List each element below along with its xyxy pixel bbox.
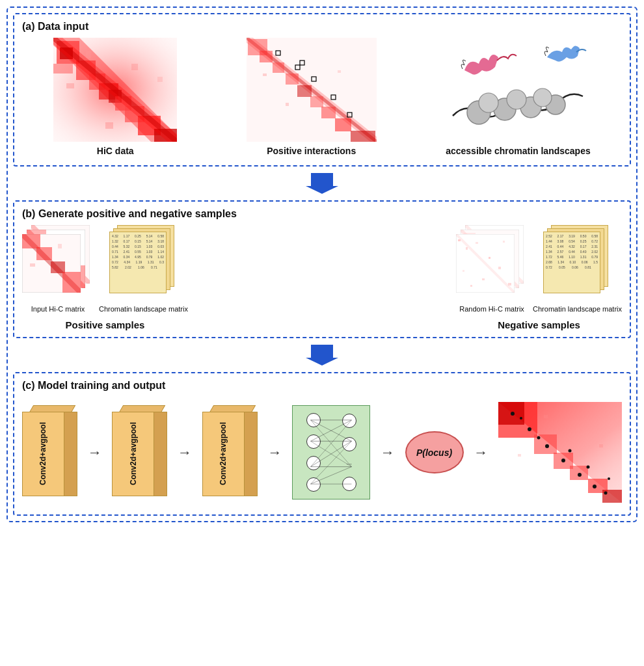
svg-rect-81 <box>503 241 505 243</box>
pos-interactions-label: Positive interactions <box>267 146 356 156</box>
svg-point-116 <box>537 436 540 440</box>
nn-node-r1 <box>342 414 356 428</box>
svg-rect-66 <box>30 263 35 267</box>
svg-rect-82 <box>482 278 485 280</box>
hic-data-figure: HiC data <box>53 38 177 156</box>
positive-interactions-figure: Positive interactions <box>247 38 377 156</box>
section-b-title: (b) Generate positive and negative sampl… <box>22 208 622 220</box>
chrom-matrix-pos-front: 4.321.170.255.140.58 1.320.170.155.143.1… <box>109 232 167 293</box>
positive-samples-label: Positive samples <box>66 319 145 330</box>
nn-node-r3 <box>342 477 356 491</box>
svg-rect-64 <box>51 261 65 273</box>
svg-rect-111 <box>599 444 603 447</box>
pos-interactions-svg <box>247 38 377 142</box>
section-a: (a) Data input <box>13 13 631 166</box>
conv-block-2-front: Conv2d+avgpool <box>112 412 154 496</box>
svg-rect-16 <box>86 51 91 59</box>
section-c-title: (c) Model training and output <box>22 380 622 392</box>
svg-rect-76 <box>466 247 468 250</box>
svg-rect-18 <box>157 77 163 82</box>
plocus-label: P(locus) <box>416 447 452 458</box>
hic-matrix-stack-group: Input Hi-C matrix <box>22 225 94 313</box>
svg-rect-32 <box>321 107 336 118</box>
nn-connections <box>293 406 369 499</box>
svg-marker-51 <box>306 173 338 194</box>
nn-dots: ··· <box>346 460 351 468</box>
svg-point-48 <box>479 93 498 113</box>
section-c-content: Conv2d+avgpool → Conv2d+avgpool → Co <box>22 397 622 508</box>
svg-rect-6 <box>53 64 73 73</box>
chrom-matrix-neg-group: 2.522.173.190.500.58 1.443.080.540.250.7… <box>533 225 622 313</box>
arrow-right-1: → <box>88 444 102 461</box>
negative-matrices-row: Random Hi-C matrix 2.522.173.190.500.58 … <box>456 225 622 313</box>
svg-rect-67 <box>58 244 62 248</box>
svg-point-49 <box>507 90 526 109</box>
svg-point-50 <box>533 88 552 107</box>
main-container: (a) Data input <box>7 7 637 522</box>
down-arrow-svg-1 <box>306 172 338 195</box>
svg-rect-78 <box>489 257 490 259</box>
conv-block-2: Conv2d+avgpool <box>112 405 167 500</box>
conv-block-2-label: Conv2d+avgpool <box>129 422 138 485</box>
random-hic-stack <box>456 225 528 300</box>
arrow-1 <box>13 172 631 195</box>
chrom-matrix-neg-stack: 2.522.173.190.500.58 1.443.080.540.250.7… <box>543 225 611 300</box>
chromatin-label: accessible chromatin landscapes <box>446 146 591 156</box>
hic-data-label: HiC data <box>97 146 134 156</box>
svg-marker-86 <box>306 345 338 366</box>
section-a-content: HiC data <box>22 38 622 159</box>
hic-matrix-stack <box>22 225 94 300</box>
neural-network: ··· <box>292 405 370 500</box>
output-heatmap-svg <box>498 402 622 503</box>
svg-rect-42 <box>286 103 289 106</box>
conv-block-2-side <box>153 412 167 496</box>
svg-rect-28 <box>273 62 284 73</box>
svg-rect-31 <box>310 96 323 107</box>
chrom-matrix-neg-front: 2.522.173.190.500.58 1.443.080.540.250.7… <box>543 232 600 293</box>
svg-rect-63 <box>36 247 52 260</box>
chrom-matrix-pos-label: Chromatin landscape matrix <box>99 305 188 313</box>
svg-point-123 <box>520 417 522 420</box>
section-a-title: (a) Data input <box>22 21 622 33</box>
svg-rect-110 <box>576 428 580 431</box>
svg-point-119 <box>593 485 597 488</box>
chromatin-figure: accessible chromatin landscapes <box>446 38 591 156</box>
svg-point-117 <box>561 459 565 462</box>
svg-point-114 <box>528 427 531 431</box>
svg-rect-41 <box>263 73 267 76</box>
random-hic-label: Random Hi-C matrix <box>459 305 524 313</box>
svg-point-122 <box>604 492 607 495</box>
nn-node-l1 <box>306 413 321 427</box>
svg-rect-29 <box>286 73 299 85</box>
svg-rect-17 <box>131 64 138 70</box>
nn-node-r2 <box>342 437 356 451</box>
random-hic-front <box>456 234 515 293</box>
svg-point-113 <box>511 412 515 416</box>
section-b-content: Input Hi-C matrix 4.321.170.255.140.58 <box>22 225 622 330</box>
section-b: (b) Generate positive and negative sampl… <box>13 200 631 338</box>
svg-point-118 <box>578 473 582 477</box>
nn-node-l2 <box>306 434 321 449</box>
positive-samples-group: Input Hi-C matrix 4.321.170.255.140.58 <box>22 225 188 330</box>
nn-layer-left <box>306 411 321 494</box>
svg-rect-80 <box>463 270 464 272</box>
svg-point-124 <box>608 477 610 480</box>
svg-rect-106 <box>570 466 588 480</box>
conv-block-3-side <box>243 412 258 496</box>
negative-samples-label: Negative samples <box>498 319 580 330</box>
arrow-2 <box>13 343 631 367</box>
random-hic-stack-group: Random Hi-C matrix <box>456 225 528 313</box>
positive-matrices-row: Input Hi-C matrix 4.321.170.255.140.58 <box>22 225 188 313</box>
conv-block-1-label: Conv2d+avgpool <box>38 422 47 485</box>
conv-block-3-front: Conv2d+avgpool <box>202 412 245 496</box>
svg-rect-27 <box>260 51 273 62</box>
conv-block-3-label: Conv2d+avgpool <box>219 422 228 485</box>
svg-rect-19 <box>105 122 113 129</box>
svg-rect-30 <box>297 85 312 97</box>
svg-rect-79 <box>498 267 501 269</box>
arrow-right-3: → <box>267 444 282 461</box>
arrow-right-2: → <box>178 444 192 461</box>
nn-node-l3 <box>306 456 321 470</box>
chromatin-svg <box>446 38 589 142</box>
nn-layer-right: ··· <box>342 411 356 494</box>
